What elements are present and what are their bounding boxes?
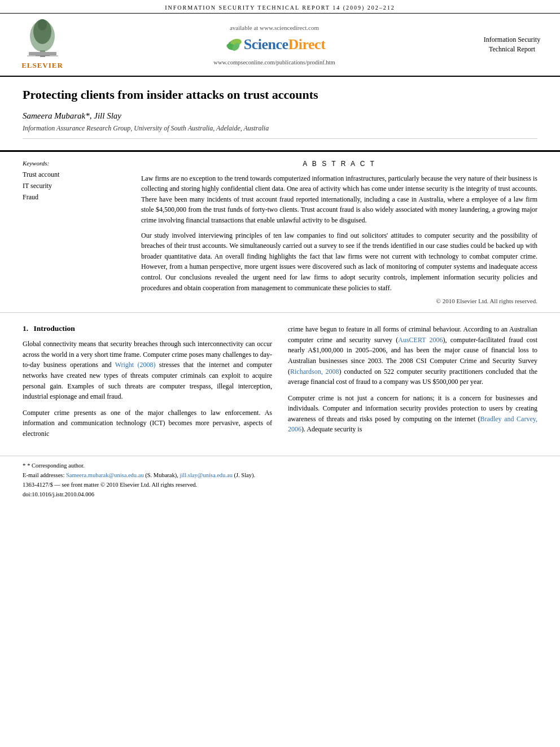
- elsevier-tree-icon: [19, 19, 67, 60]
- article-title: Protecting clients from insider attacks …: [23, 87, 537, 103]
- intro-paragraph-3: crime have begun to feature in all forms…: [288, 324, 537, 387]
- email-link-2[interactable]: jill.slay@unisa.edu.au: [180, 472, 233, 478]
- bradley-carvey-link[interactable]: Bradley and Carvey, 2006: [288, 415, 537, 434]
- authors: Sameera Mubarak*, Jill Slay: [23, 111, 537, 121]
- footnote-email: E-mail addresses: Sameera.mubarak@unisa.…: [23, 471, 537, 480]
- footnote-star: * * Corresponding author.: [23, 461, 537, 471]
- body-left-column: 1. Introduction Global connectivity mean…: [23, 324, 272, 444]
- sciencedirect-logo: ScienceDirect: [224, 34, 326, 55]
- branding-row: ELSEVIER available at www.sciencedirect.…: [0, 14, 560, 77]
- abstract-paragraph-2: Our study involved interviewing principl…: [141, 230, 537, 294]
- svg-rect-4: [29, 52, 56, 55]
- keyword-3: Fraud: [23, 191, 124, 203]
- affiliation: Information Assurance Research Group, Un…: [23, 124, 537, 133]
- svg-point-5: [38, 19, 47, 30]
- website-url: www.compseconline.com/publications/prodi…: [213, 59, 335, 65]
- footnote-doi: doi:10.1016/j.istr.2010.04.006: [23, 490, 537, 500]
- journal-header: INFORMATION SECURITY TECHNICAL REPORT 14…: [0, 0, 560, 14]
- body-right-column: crime have begun to feature in all forms…: [288, 324, 537, 444]
- title-divider: [23, 138, 537, 139]
- abstract-heading: A B S T R A C T: [141, 160, 537, 168]
- intro-paragraph-4: Computer crime is not just a concern for…: [288, 393, 537, 435]
- keyword-1: Trust account: [23, 169, 124, 180]
- footnote-issn: 1363-4127/$ — see front matter © 2010 El…: [23, 480, 537, 490]
- section-1-heading: 1. Introduction: [23, 324, 272, 333]
- richardson-link[interactable]: Richardson, 2008: [290, 368, 339, 375]
- abstract-column: A B S T R A C T Law firms are no excepti…: [141, 160, 537, 305]
- title-section: Protecting clients from insider attacks …: [0, 77, 560, 152]
- wright-2008-link[interactable]: Wright (2008): [115, 361, 156, 369]
- keywords-column: Keywords: Trust account IT security Frau…: [23, 160, 124, 305]
- keyword-2: IT security: [23, 180, 124, 191]
- intro-paragraph-2: Computer crime presents as one of the ma…: [23, 408, 272, 439]
- auscert-link[interactable]: AusCERT 2006: [398, 336, 443, 344]
- body-section: 1. Introduction Global connectivity mean…: [0, 313, 560, 456]
- sciencedirect-name: ScienceDirect: [244, 36, 326, 53]
- keywords-label: Keywords:: [23, 160, 124, 167]
- center-brand: available at www.sciencedirect.com Scien…: [73, 24, 475, 65]
- sciencedirect-leaf-icon: [224, 34, 244, 55]
- intro-paragraph-1: Global connectivity means that security …: [23, 339, 272, 402]
- available-at-text: available at www.sciencedirect.com: [230, 24, 319, 31]
- keywords-list: Trust account IT security Fraud: [23, 169, 124, 203]
- abstract-paragraph-1: Law firms are no exception to the trend …: [141, 173, 537, 226]
- abstract-section: Keywords: Trust account IT security Frau…: [0, 152, 560, 313]
- elsevier-name: ELSEVIER: [21, 61, 63, 70]
- elsevier-logo: ELSEVIER: [11, 19, 73, 70]
- email-link-1[interactable]: Sameera.mubarak@unisa.edu.au: [66, 472, 144, 478]
- footnotes: * * Corresponding author. E-mail address…: [0, 456, 560, 505]
- right-brand-text: Information Security Technical Report: [475, 35, 549, 54]
- copyright-line: © 2010 Elsevier Ltd. All rights reserved…: [141, 298, 537, 304]
